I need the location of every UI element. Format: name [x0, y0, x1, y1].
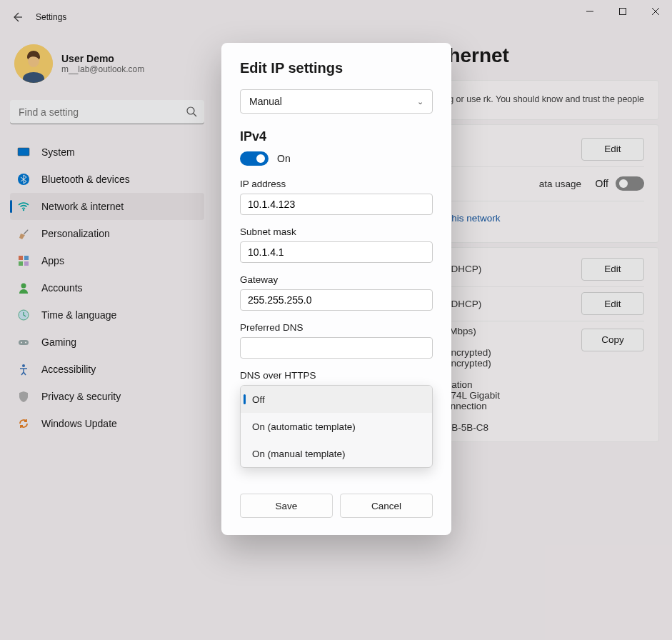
ipv4-state-label: On — [277, 153, 291, 164]
dialog-title: Edit IP settings — [240, 60, 433, 76]
ip-mode-value: Manual — [249, 96, 282, 107]
dns-over-https-label: DNS over HTTPS — [240, 370, 433, 381]
edit-ip-dialog: Edit IP settings Manual ⌄ IPv4 On IP add… — [221, 43, 451, 535]
cancel-button[interactable]: Cancel — [340, 494, 433, 518]
subnet-mask-label: Subnet mask — [240, 226, 433, 237]
doh-option-auto[interactable]: On (automatic template) — [241, 413, 432, 440]
dns-over-https-dropdown: Off On (automatic template) On (manual t… — [240, 385, 433, 468]
save-button[interactable]: Save — [240, 494, 333, 518]
ip-address-input[interactable] — [240, 194, 433, 215]
gateway-label: Gateway — [240, 274, 433, 285]
ip-address-label: IP address — [240, 179, 433, 189]
chevron-down-icon: ⌄ — [417, 97, 423, 106]
doh-option-off[interactable]: Off — [241, 386, 432, 413]
ip-mode-select[interactable]: Manual ⌄ — [240, 89, 433, 114]
doh-option-manual[interactable]: On (manual template) — [241, 440, 432, 467]
subnet-mask-input[interactable] — [240, 241, 433, 263]
preferred-dns-label: Preferred DNS — [240, 322, 433, 333]
gateway-input[interactable] — [240, 289, 433, 311]
ipv4-heading: IPv4 — [240, 129, 433, 144]
ipv4-toggle[interactable] — [240, 151, 269, 166]
preferred-dns-input[interactable] — [240, 337, 433, 359]
